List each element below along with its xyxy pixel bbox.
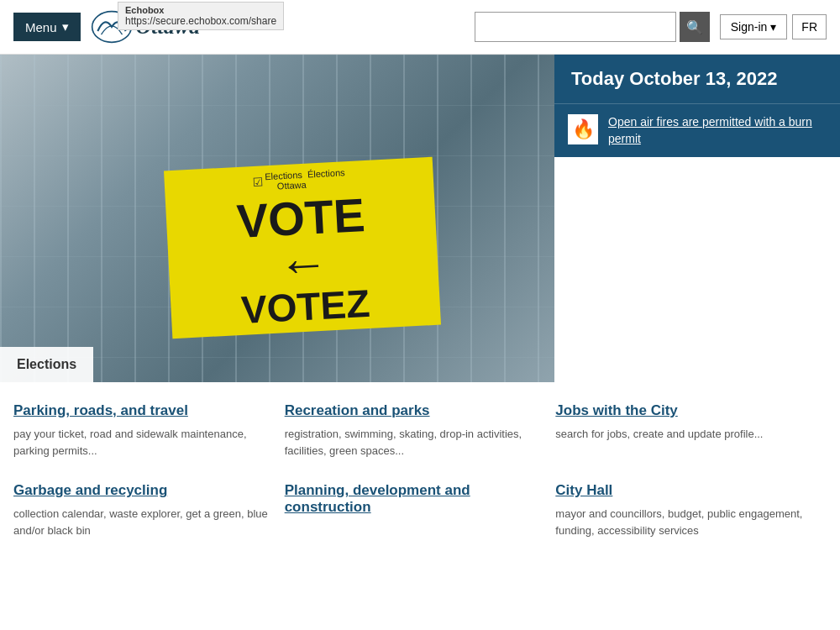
service-title-4[interactable]: Planning, development and construction — [285, 482, 543, 516]
service-item-1: Recreation and parks registration, swimm… — [285, 402, 556, 482]
tooltip-title: Echobox — [125, 5, 276, 15]
menu-label: Menu — [25, 20, 57, 34]
service-item-2: Jobs with the City search for jobs, crea… — [555, 402, 827, 482]
service-desc-0: pay your ticket, road and sidewalk maint… — [13, 426, 271, 459]
tooltip-url: https://secure.echobox.com/share — [125, 15, 276, 27]
elections-logo-row: ☑ Elections ÉlectionsOttawa — [252, 167, 345, 192]
tooltip-popup: Echobox https://secure.echobox.com/share — [118, 2, 284, 30]
sidebar: Today October 13, 2022 🔥 Open air fires … — [554, 55, 840, 382]
service-desc-3: collection calendar, waste explorer, get… — [13, 506, 271, 538]
hero-area: ☑ Elections ÉlectionsOttawa VOTE ← VOTEZ… — [0, 55, 554, 382]
vote-sign: ☑ Elections ÉlectionsOttawa VOTE ← VOTEZ — [164, 157, 441, 339]
date-banner: Today October 13, 2022 — [554, 55, 840, 103]
main-content: ☑ Elections ÉlectionsOttawa VOTE ← VOTEZ… — [0, 55, 840, 382]
services-grid: Parking, roads, and travel pay your tick… — [0, 382, 840, 562]
hero-image: ☑ Elections ÉlectionsOttawa VOTE ← VOTEZ — [0, 55, 554, 382]
service-title-2[interactable]: Jobs with the City — [555, 402, 813, 419]
search-icon: 🔍 — [686, 19, 703, 35]
fire-icon: 🔥 — [568, 114, 598, 144]
elections-label[interactable]: Elections — [0, 347, 93, 382]
service-title-0[interactable]: Parking, roads, and travel — [13, 402, 271, 419]
checkbox-icon: ☑ — [252, 175, 264, 189]
vote-arrow-icon: ← — [277, 240, 330, 288]
alert-item-0: 🔥 Open air fires are permitted with a bu… — [554, 103, 840, 157]
search-area: 🔍 — [475, 12, 710, 42]
menu-chevron-icon: ▾ — [62, 19, 69, 34]
service-item-5: City Hall mayor and councillors, budget,… — [555, 482, 827, 562]
signin-chevron-icon: ▾ — [770, 20, 776, 34]
elections-logo-text: Elections ÉlectionsOttawa — [265, 167, 346, 192]
signin-label: Sign-in — [731, 20, 768, 34]
service-title-1[interactable]: Recreation and parks — [285, 402, 543, 419]
vote-votez-text: VOTEZ — [240, 284, 371, 329]
date-text: Today October 13, 2022 — [571, 68, 777, 89]
service-item-4: Planning, development and construction — [285, 482, 556, 562]
service-title-5[interactable]: City Hall — [555, 482, 813, 499]
service-desc-1: registration, swimming, skating, drop-in… — [285, 426, 543, 459]
search-input[interactable] — [475, 12, 676, 42]
menu-button[interactable]: Menu ▾ — [13, 13, 81, 41]
fr-button[interactable]: FR — [792, 14, 827, 39]
elections-link[interactable]: Elections — [17, 357, 76, 371]
service-desc-5: mayor and councillors, budget, public en… — [555, 506, 813, 538]
service-title-3[interactable]: Garbage and recycling — [13, 482, 271, 499]
service-desc-2: search for jobs, create and update profi… — [555, 426, 813, 443]
service-item-3: Garbage and recycling collection calenda… — [13, 482, 285, 562]
service-item-0: Parking, roads, and travel pay your tick… — [13, 402, 285, 482]
alert-link-0[interactable]: Open air fires are permitted with a burn… — [608, 114, 827, 147]
search-button[interactable]: 🔍 — [680, 12, 710, 42]
signin-button[interactable]: Sign-in ▾ — [720, 14, 788, 39]
fr-label: FR — [801, 20, 817, 34]
